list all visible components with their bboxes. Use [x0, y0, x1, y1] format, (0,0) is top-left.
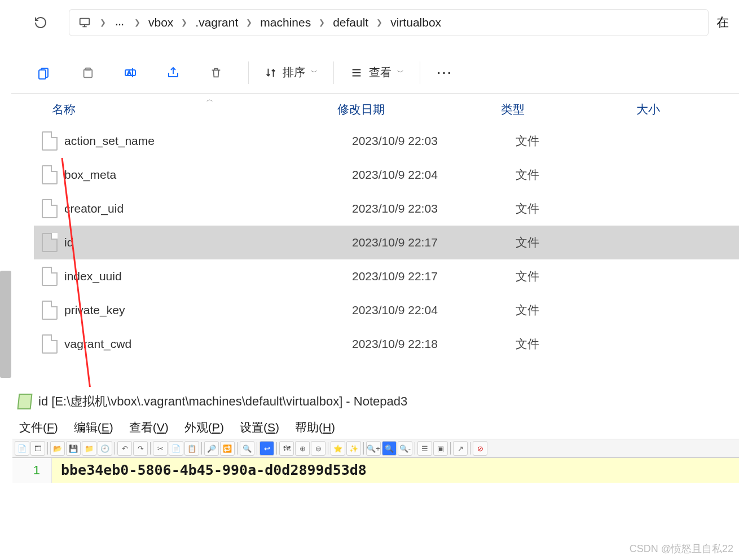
- chevron-down-icon: ﹀: [311, 68, 318, 77]
- file-modified: 2023/10/9 22:03: [342, 134, 505, 148]
- separator: [420, 61, 420, 84]
- favorite-icon[interactable]: ⭐: [331, 441, 345, 456]
- launch-icon[interactable]: ↗: [453, 441, 468, 456]
- svg-rect-0: [80, 18, 90, 24]
- copy-icon[interactable]: 📄: [169, 441, 183, 456]
- chevron-right-icon: ❯: [181, 18, 187, 27]
- file-name: index_uuid: [64, 270, 342, 283]
- find-icon[interactable]: 🔎: [204, 441, 219, 456]
- zoom-out-icon[interactable]: ⊖: [311, 441, 325, 456]
- notepad-title-text: id [E:\虚拟机\vbox\.vagrant\machines\defaul…: [38, 393, 407, 410]
- menu-file[interactable]: 文件(F): [19, 420, 58, 435]
- more-button[interactable]: ⋯: [436, 63, 453, 82]
- recent-icon[interactable]: 🕘: [98, 441, 112, 456]
- menu-help[interactable]: 帮助(H): [295, 420, 335, 435]
- breadcrumb-item[interactable]: vbox: [148, 16, 173, 29]
- replace-icon[interactable]: 🔁: [220, 441, 235, 456]
- separator: [201, 442, 202, 455]
- file-row[interactable]: id2023/10/9 22:17文件: [34, 226, 739, 259]
- file-type: 文件: [505, 302, 641, 318]
- watermark: CSDN @愤怒且自私22: [630, 542, 733, 555]
- view-dropdown[interactable]: 查看 ﹀: [350, 65, 404, 80]
- copy-button[interactable]: [71, 60, 104, 85]
- chevron-right-icon: ❯: [100, 18, 106, 27]
- separator: [150, 442, 151, 455]
- chevron-right-icon: ❯: [134, 18, 140, 27]
- breadcrumb-item[interactable]: default: [333, 16, 368, 29]
- open-icon[interactable]: 📂: [50, 441, 65, 456]
- delete-button[interactable]: [200, 60, 232, 85]
- save-icon[interactable]: 💾: [66, 441, 81, 456]
- refresh-button[interactable]: [28, 10, 53, 35]
- file-row[interactable]: vagrant_cwd2023/10/9 22:18文件: [34, 327, 739, 361]
- column-size[interactable]: 大小: [626, 102, 739, 117]
- file-name: action_set_name: [64, 134, 342, 148]
- file-row[interactable]: box_meta2023/10/9 22:04文件: [34, 158, 739, 192]
- cut-icon[interactable]: ✂: [153, 441, 168, 456]
- breadcrumb-item[interactable]: .vagrant: [195, 16, 238, 29]
- menu-view[interactable]: 查看(V): [129, 420, 169, 435]
- zoom-in-icon[interactable]: ⊕: [295, 441, 310, 456]
- file-icon: [42, 199, 58, 218]
- file-row[interactable]: action_set_name2023/10/9 22:03文件: [34, 124, 739, 158]
- paste-icon[interactable]: 📋: [184, 441, 199, 456]
- chevron-down-icon: ﹀: [397, 68, 404, 77]
- breadcrumb-item[interactable]: machines: [260, 16, 311, 29]
- zoom-minus-icon[interactable]: 🔍-: [398, 441, 412, 456]
- close-icon[interactable]: ⊘: [473, 441, 487, 456]
- breadcrumb-bar[interactable]: ❯ … ❯ vbox ❯ .vagrant ❯ machines ❯ defau…: [69, 9, 709, 36]
- file-type: 文件: [505, 133, 641, 149]
- cut-button[interactable]: [28, 60, 61, 85]
- file-icon: [42, 165, 58, 184]
- file-row[interactable]: creator_uid2023/10/9 22:03文件: [34, 192, 739, 226]
- rename-button[interactable]: A: [114, 60, 147, 85]
- file-name: id: [64, 236, 342, 249]
- undo-icon[interactable]: ↶: [117, 441, 132, 456]
- menu-appearance[interactable]: 外观(P): [184, 420, 224, 435]
- share-button[interactable]: [157, 60, 190, 85]
- console-icon[interactable]: ▣: [433, 441, 448, 456]
- file-type: 文件: [505, 336, 641, 352]
- search-stub: 在: [716, 14, 739, 31]
- redo-icon[interactable]: ↷: [133, 441, 148, 456]
- monitor-icon[interactable]: [77, 15, 92, 30]
- breadcrumb-item[interactable]: virtualbox: [390, 16, 441, 29]
- file-type: 文件: [505, 268, 641, 284]
- sort-dropdown[interactable]: 排序 ﹀: [265, 65, 318, 80]
- file-row[interactable]: index_uuid2023/10/9 22:17文件: [34, 259, 739, 293]
- file-name: creator_uid: [64, 202, 342, 215]
- notepad-menubar: 文件(F) 编辑(E) 查看(V) 外观(P) 设置(S) 帮助(H): [12, 416, 739, 439]
- notepad-titlebar[interactable]: id [E:\虚拟机\vbox\.vagrant\machines\defaul…: [12, 387, 739, 416]
- separator: [328, 442, 328, 455]
- breadcrumb-overflow[interactable]: …: [115, 17, 125, 28]
- new-window-icon[interactable]: 🗔: [30, 441, 45, 456]
- article-scrollbar[interactable]: [0, 271, 11, 378]
- zoom-reset-icon[interactable]: 🔍: [382, 441, 397, 456]
- zoom-plus-icon[interactable]: 🔍+: [366, 441, 381, 456]
- file-modified: 2023/10/9 22:17: [342, 236, 505, 249]
- add-favorite-icon[interactable]: ✨: [346, 441, 361, 456]
- file-icon: [42, 131, 58, 151]
- wordwrap-icon[interactable]: ↩: [259, 441, 274, 456]
- column-headers: 名称 修改日期 类型 大小: [11, 94, 739, 124]
- editor-content[interactable]: bbe34eb0-5806-4b45-990a-d0d2899d53d8: [52, 458, 739, 483]
- menu-settings[interactable]: 设置(S): [240, 420, 279, 435]
- menu-edit[interactable]: 编辑(E): [74, 420, 113, 435]
- notepad-window: id [E:\虚拟机\vbox\.vagrant\machines\defaul…: [12, 387, 739, 483]
- column-name[interactable]: 名称: [11, 102, 327, 117]
- view-label: 查看: [369, 65, 392, 80]
- new-file-icon[interactable]: 📄: [15, 441, 29, 456]
- scheme-icon[interactable]: 🗺: [279, 441, 294, 456]
- sort-label: 排序: [283, 65, 305, 80]
- revert-icon[interactable]: 📁: [82, 441, 96, 456]
- separator: [248, 61, 249, 84]
- file-icon: [42, 334, 58, 354]
- line-numbers-icon[interactable]: ☰: [417, 441, 432, 456]
- chevron-right-icon: ❯: [246, 18, 252, 27]
- column-type[interactable]: 类型: [491, 102, 626, 117]
- file-row[interactable]: private_key2023/10/9 22:04文件: [34, 293, 739, 327]
- zoom-icon[interactable]: 🔍: [240, 441, 254, 456]
- separator: [363, 442, 364, 455]
- file-modified: 2023/10/9 22:17: [342, 270, 505, 283]
- column-modified[interactable]: 修改日期: [327, 102, 491, 117]
